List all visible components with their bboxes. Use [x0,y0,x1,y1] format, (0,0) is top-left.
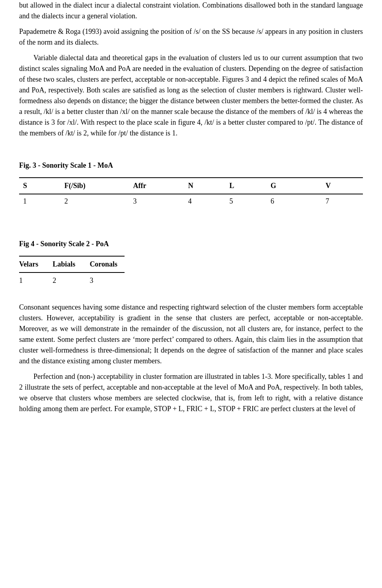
fig3-title: Fig. 3 - Sonority Scale 1 - MoA [19,160,363,171]
fig3-val-6: 6 [267,194,322,208]
fig3-val-1: 1 [19,194,60,208]
fig4-val-3: 3 [82,272,125,288]
fig4-table: Velars Labials Coronals 1 2 3 [19,256,125,288]
fig3-header-s: S [19,178,60,194]
fig3-val-7: 7 [322,194,363,208]
fig4-header-labials: Labials [45,256,82,272]
fig3-table: S F(/Sib) Affr N L G V 1 2 3 4 5 6 7 [19,177,363,208]
fig4-val-1: 1 [19,272,45,288]
fig3-values-row: 1 2 3 4 5 6 7 [19,194,363,208]
fig4-values-row: 1 2 3 [19,272,125,288]
fig3-val-5: 5 [225,194,267,208]
fig3-header-row: S F(/Sib) Affr N L G V [19,178,363,194]
paragraph-2: Papademetre & Roga (1993) avoid assignin… [19,26,363,48]
fig3-val-4: 4 [184,194,226,208]
fig4-header-velars: Velars [19,256,45,272]
paragraph-3: Variable dialectal data and theoretical … [19,53,363,139]
fig3-header-v: V [322,178,363,194]
fig3-header-affr: Affr [129,178,184,194]
paragraph-4: Consonant sequences having some distance… [19,302,363,367]
page-container: but allowed in the dialect incur a diale… [0,0,382,414]
paragraph-5: Perfection and (non-) acceptability in c… [19,371,363,414]
fig3-header-fsib: F(/Sib) [60,178,129,194]
fig4-header-row: Velars Labials Coronals [19,256,125,272]
fig3-header-n: N [184,178,226,194]
fig3-val-3: 3 [129,194,184,208]
fig3-val-2: 2 [60,194,129,208]
fig3-header-g: G [267,178,322,194]
fig4-title: Fig 4 - Sonority Scale 2 - PoA [19,239,363,249]
paragraph-1: but allowed in the dialect incur a diale… [19,0,363,22]
fig3-header-l: L [225,178,267,194]
fig4-val-2: 2 [45,272,82,288]
fig4-header-coronals: Coronals [82,256,125,272]
